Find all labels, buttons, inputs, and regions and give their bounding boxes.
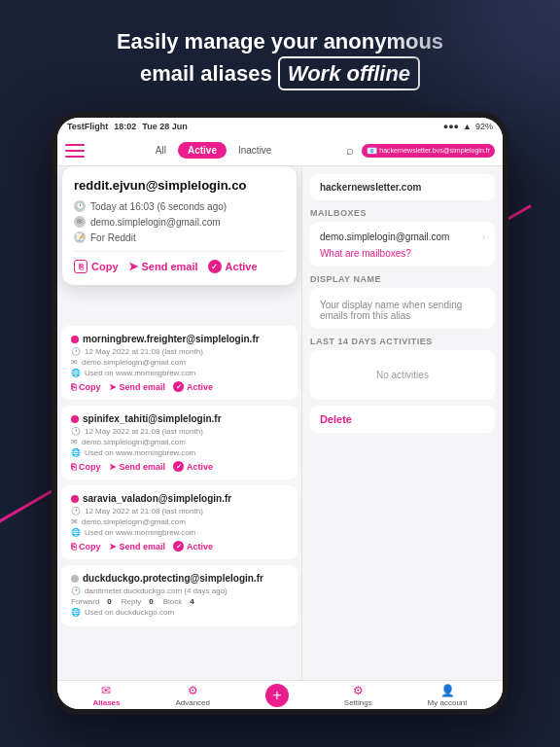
- activities-section-title: LAST 14 DAYS ACTIVITIES: [310, 337, 495, 346]
- tab-all[interactable]: All: [146, 142, 176, 159]
- alias-used-on: 🌐Used on duckduckgo.com: [71, 608, 288, 617]
- popup-mailbox-row: ✉ demo.simplelogin@gmail.com: [74, 216, 285, 228]
- note-icon: 📝: [74, 231, 86, 243]
- content-area: reddit.ejvun@simplelogin.co 🕐 Today at 1…: [57, 166, 503, 680]
- alias-copy-button[interactable]: ⎘ Copy: [71, 462, 101, 472]
- checkmark-icon: ✓: [208, 260, 222, 273]
- checkmark-icon: ✓: [173, 541, 184, 551]
- bottom-advanced[interactable]: ⚙ Advanced: [175, 684, 210, 707]
- menu-icon[interactable]: [65, 144, 85, 158]
- copy-icon: ⎘: [71, 462, 76, 472]
- mailbox-row: demo.simplelogin@gmail.com ›: [320, 230, 485, 244]
- copy-button[interactable]: ⎘ Copy: [74, 260, 119, 273]
- send-icon: ➤: [109, 542, 117, 551]
- popup-email: reddit.ejvun@simplelogin.co: [74, 178, 285, 193]
- signal-icon: ●●●: [443, 122, 459, 131]
- device-frame: TestFlight 18:02 Tue 28 Jun ●●● ▲ 92% Al…: [52, 112, 508, 715]
- email-badge: 📧 hackernewsletter.bvs@simplelogin.fr: [362, 144, 495, 158]
- right-panel: hackernewsletter.com MAILBOXES demo.simp…: [302, 166, 503, 680]
- send-icon: ➤: [128, 260, 138, 273]
- alias-status: ✓ Active: [173, 381, 213, 392]
- alias-date: 🕐12 May 2022 at 21:08 (last month): [71, 347, 288, 356]
- alias-send-button[interactable]: ➤ Send email: [109, 542, 166, 551]
- mailboxes-section-title: MAILBOXES: [310, 208, 495, 218]
- send-email-button[interactable]: ➤ Send email: [128, 260, 198, 273]
- send-icon: ➤: [109, 462, 117, 472]
- alias-copy-button[interactable]: ⎘ Copy: [71, 542, 101, 551]
- chevron-right-icon: ›: [482, 231, 485, 242]
- activities-card: No activities: [310, 350, 495, 400]
- active-badge: ✓ Active: [208, 260, 258, 273]
- nav-tabs: All Active Inactive: [88, 142, 338, 159]
- clock-icon: 🕐: [74, 200, 86, 212]
- left-panel: reddit.ejvun@simplelogin.co 🕐 Today at 1…: [57, 166, 302, 680]
- popup-mailbox: demo.simplelogin@gmail.com: [90, 217, 221, 228]
- bottom-account[interactable]: 👤 My account: [428, 684, 468, 707]
- alias-actions: ⎘ Copy ➤ Send email ✓ Active: [71, 381, 288, 392]
- checkmark-icon: ✓: [173, 381, 184, 392]
- alias-item: morningbrew.freighter@simplelogin.fr 🕐12…: [61, 326, 298, 400]
- alias-status: ✓ Active: [173, 541, 213, 551]
- display-name-placeholder[interactable]: Your display name when sending emails fr…: [320, 300, 485, 321]
- checkmark-icon: ✓: [173, 461, 184, 472]
- status-bar: TestFlight 18:02 Tue 28 Jun ●●● ▲ 92%: [57, 118, 503, 135]
- alias-mailbox: ✉demo.simplelogin@gmail.com: [71, 517, 288, 526]
- status-date: Tue 28 Jun: [142, 122, 187, 131]
- bottom-bar: ✉ Aliases ⚙ Advanced + ⚙ Settings 👤 My a…: [57, 680, 503, 709]
- mailbox-card[interactable]: demo.simplelogin@gmail.com › What are ma…: [310, 222, 495, 267]
- alias-dot: [71, 415, 79, 423]
- alias-send-button[interactable]: ➤ Send email: [109, 382, 166, 392]
- alias-stats: Forward0 Reply0 Block4: [71, 597, 288, 606]
- alias-item: saravia_valadon@simplelogin.fr 🕐12 May 2…: [61, 485, 298, 559]
- alias-status: ✓ Active: [173, 461, 213, 472]
- display-name-card: Your display name when sending emails fr…: [310, 288, 495, 329]
- alias-date: 🕐dardimeter.duckduckgo.com (4 days ago): [71, 587, 288, 595]
- alias-name: duckduckgo.protecting@simplelogin.fr: [71, 573, 288, 584]
- mailbox-value: demo.simplelogin@gmail.com: [320, 231, 450, 242]
- no-activities-label: No activities: [376, 370, 429, 380]
- domain-label: hackernewsletter.com: [320, 182, 485, 193]
- bottom-settings[interactable]: ⚙ Settings: [344, 684, 372, 707]
- alias-list: morningbrew.freighter@simplelogin.fr 🕐12…: [57, 322, 301, 636]
- popup-card: reddit.ejvun@simplelogin.co 🕐 Today at 1…: [62, 166, 297, 285]
- tab-active[interactable]: Active: [178, 142, 227, 159]
- copy-icon: ⎘: [71, 542, 76, 551]
- search-icon[interactable]: ⌕: [342, 143, 358, 158]
- alias-dot: [71, 336, 79, 343]
- delete-button[interactable]: Delete: [310, 406, 495, 433]
- bottom-aliases[interactable]: ✉ Aliases: [92, 684, 120, 707]
- alias-send-button[interactable]: ➤ Send email: [109, 462, 166, 472]
- alias-dot: [71, 575, 79, 583]
- header-text: Easily manage your anonymous email alias…: [0, 0, 560, 108]
- alias-copy-button[interactable]: ⎘ Copy: [71, 382, 101, 392]
- alias-name: morningbrew.freighter@simplelogin.fr: [71, 334, 288, 344]
- popup-actions: ⎘ Copy ➤ Send email ✓ Active: [74, 251, 285, 273]
- header-highlight: Work offline: [278, 56, 420, 91]
- alias-mailbox: ✉demo.simplelogin@gmail.com: [71, 438, 288, 446]
- aliases-label: Aliases: [92, 698, 120, 707]
- alias-date: 🕐12 May 2022 at 21:08 (last month): [71, 507, 288, 516]
- domain-card: hackernewsletter.com: [310, 174, 495, 200]
- settings-icon: ⚙: [353, 684, 364, 697]
- alias-actions: ⎘ Copy ➤ Send email ✓ Active: [71, 541, 288, 551]
- alias-name: spinifex_tahiti@simplelogin.fr: [71, 413, 288, 424]
- alias-used-on: 🌐Used on www.morningbrew.com: [71, 448, 288, 457]
- popup-created-row: 🕐 Today at 16:03 (6 seconds ago): [74, 200, 285, 212]
- header-line2: email aliases: [140, 61, 272, 86]
- popup-note-row: 📝 For Reddit: [74, 231, 285, 243]
- status-time: 18:02: [114, 122, 136, 131]
- nav-bar: All Active Inactive ⌕ 📧 hackernewsletter…: [57, 135, 503, 166]
- advanced-label: Advanced: [175, 698, 210, 707]
- mailboxes-link[interactable]: What are mailboxes?: [320, 248, 485, 259]
- mailbox-icon: ✉: [74, 216, 86, 228]
- alias-dot: [71, 495, 79, 503]
- alias-item: duckduckgo.protecting@simplelogin.fr 🕐da…: [61, 565, 298, 626]
- add-button[interactable]: +: [265, 684, 289, 707]
- aliases-icon: ✉: [101, 684, 111, 697]
- alias-used-on: 🌐Used on www.morningbrew.com: [71, 528, 288, 537]
- alias-actions: ⎘ Copy ➤ Send email ✓ Active: [71, 461, 288, 472]
- copy-icon: ⎘: [74, 260, 88, 273]
- tab-inactive[interactable]: Inactive: [228, 142, 281, 159]
- battery-indicator: 92%: [475, 122, 493, 131]
- send-icon: ➤: [109, 382, 117, 392]
